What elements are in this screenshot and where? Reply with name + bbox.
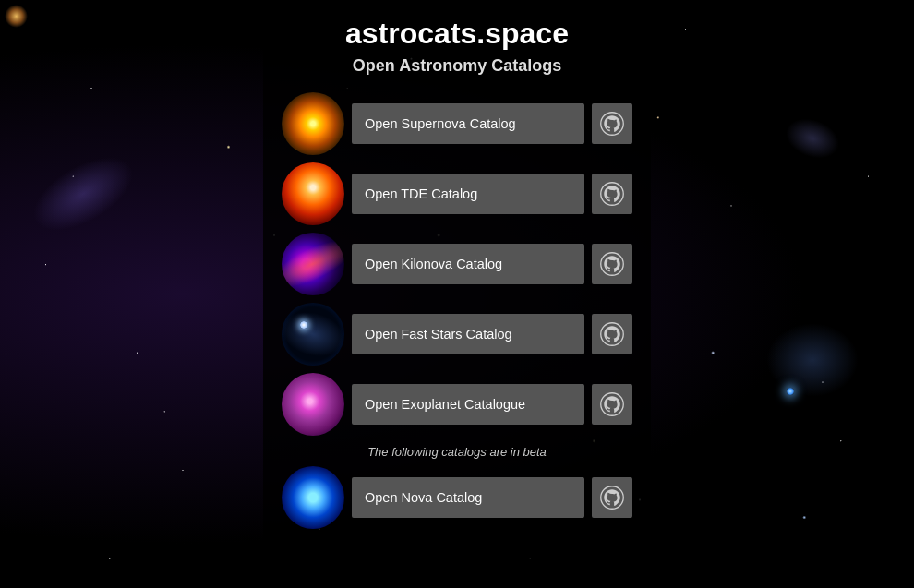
github-icon xyxy=(599,111,625,137)
github-button-tde[interactable] xyxy=(592,174,632,214)
catalog-image-supernova xyxy=(282,92,344,155)
catalog-button-tde[interactable]: Open TDE Catalog xyxy=(352,174,584,214)
catalog-row-tde: Open TDE Catalog xyxy=(282,162,632,225)
catalog-row-nova: Open Nova Catalog xyxy=(282,466,632,529)
github-button-faststars[interactable] xyxy=(592,314,632,354)
github-icon xyxy=(599,181,625,207)
github-icon xyxy=(599,485,625,510)
catalog-button-kilonova[interactable]: Open Kilonova Catalog xyxy=(352,244,584,284)
catalog-image-tde xyxy=(282,162,344,225)
blue-star xyxy=(787,388,794,395)
catalog-image-nova xyxy=(282,466,344,529)
site-title: astrocats.space xyxy=(345,17,569,51)
catalog-button-exoplanet[interactable]: Open Exoplanet Catalogue xyxy=(352,384,584,425)
center-panel: astrocats.space Open Astronomy Catalogs … xyxy=(263,0,651,588)
github-button-supernova[interactable] xyxy=(592,103,632,144)
catalog-button-nova[interactable]: Open Nova Catalog xyxy=(352,477,584,518)
github-button-kilonova[interactable] xyxy=(592,244,632,284)
star-cluster xyxy=(5,5,28,28)
catalog-row-exoplanet: Open Exoplanet Catalogue xyxy=(282,373,632,436)
site-subtitle: Open Astronomy Catalogs xyxy=(353,56,561,76)
github-icon xyxy=(599,391,625,417)
github-icon xyxy=(599,321,625,347)
beta-catalog-list: Open Nova Catalog xyxy=(282,466,632,529)
catalog-row-supernova: Open Supernova Catalog xyxy=(282,92,632,155)
github-button-nova[interactable] xyxy=(592,477,632,518)
catalog-image-exoplanet xyxy=(282,373,344,436)
galaxy-right xyxy=(766,323,859,397)
github-button-exoplanet[interactable] xyxy=(592,384,632,425)
catalog-row-kilonova: Open Kilonova Catalog xyxy=(282,233,632,295)
catalog-list: Open Supernova Catalog Open TDE Catalog … xyxy=(282,92,632,436)
catalog-image-kilonova xyxy=(282,233,344,295)
beta-notice: The following catalogs are in beta xyxy=(367,445,547,459)
github-icon xyxy=(599,251,625,277)
catalog-row-faststars: Open Fast Stars Catalog xyxy=(282,303,632,366)
catalog-image-faststars xyxy=(282,303,344,366)
catalog-button-faststars[interactable]: Open Fast Stars Catalog xyxy=(352,314,584,354)
catalog-button-supernova[interactable]: Open Supernova Catalog xyxy=(352,103,584,144)
